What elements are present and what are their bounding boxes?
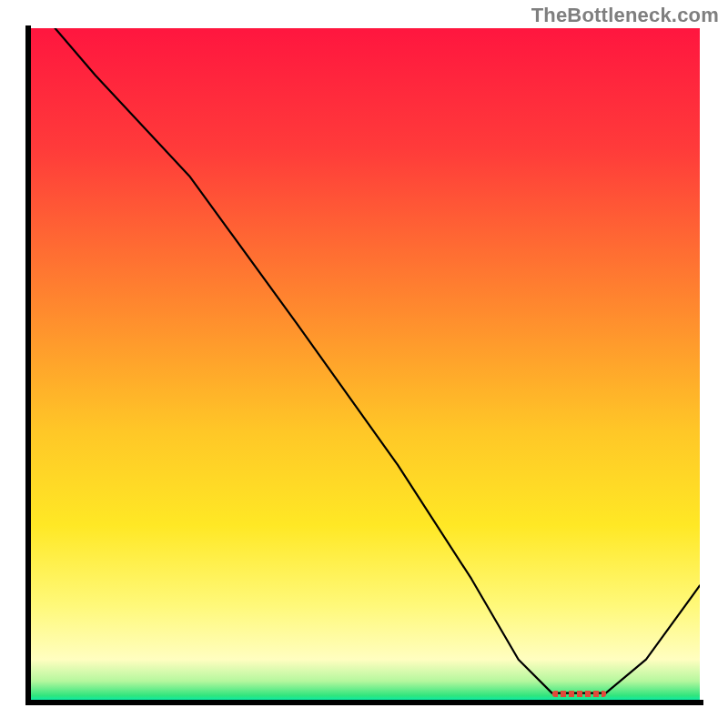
curve-line — [28, 28, 700, 700]
watermark-text: TheBottleneck.com — [531, 4, 719, 27]
chart-container: TheBottleneck.com — [0, 0, 728, 728]
x-axis — [25, 700, 703, 705]
y-axis — [25, 25, 31, 705]
optimum-marker — [552, 691, 606, 697]
